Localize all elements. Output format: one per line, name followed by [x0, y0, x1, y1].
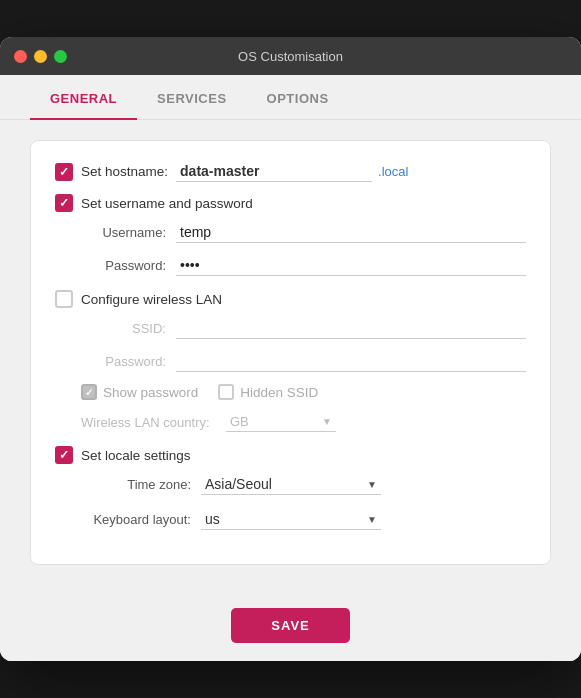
minimize-button[interactable] [34, 50, 47, 63]
timezone-label: Time zone: [81, 477, 201, 492]
show-password-label: Show password [103, 385, 198, 400]
traffic-lights [14, 50, 67, 63]
hidden-ssid-checkbox [218, 384, 234, 400]
close-button[interactable] [14, 50, 27, 63]
wireless-label: Configure wireless LAN [81, 292, 222, 307]
username-row: Username: [55, 222, 526, 243]
keyboard-row: Keyboard layout: us ▼ [55, 509, 526, 530]
save-button[interactable]: SAVE [231, 608, 349, 643]
country-label: Wireless LAN country: [81, 415, 226, 430]
main-content: Set hostname: .local Set username and pa… [0, 120, 581, 590]
wireless-checkbox[interactable] [55, 290, 73, 308]
locale-label: Set locale settings [81, 448, 191, 463]
content-area: GENERAL SERVICES OPTIONS Set hostname: .… [0, 75, 581, 661]
tab-services[interactable]: SERVICES [137, 75, 247, 120]
ssid-row: SSID: [55, 318, 526, 339]
country-value: GB [230, 414, 249, 429]
show-password-checkbox [81, 384, 97, 400]
keyboard-select[interactable]: us ▼ [201, 509, 381, 530]
titlebar: OS Customisation [0, 37, 581, 75]
password-label: Password: [81, 258, 176, 273]
timezone-value: Asia/Seoul [205, 476, 272, 492]
locale-checkbox-container[interactable]: Set locale settings [55, 446, 191, 464]
show-password-item: Show password [81, 384, 198, 400]
password-row: Password: [55, 255, 526, 276]
wifi-password-label: Password: [81, 354, 176, 369]
wifi-password-input [176, 351, 526, 372]
window-title: OS Customisation [238, 49, 343, 64]
wifi-password-row: Password: [55, 351, 526, 372]
country-dropdown-arrow: ▼ [322, 416, 332, 427]
country-row: Wireless LAN country: GB ▼ [55, 412, 526, 432]
bottom-bar: SAVE [0, 590, 581, 661]
locale-header: Set locale settings [55, 446, 526, 464]
credentials-section-header: Set username and password [55, 194, 526, 212]
hidden-ssid-item: Hidden SSID [218, 384, 318, 400]
credentials-label: Set username and password [81, 196, 253, 211]
tab-options[interactable]: OPTIONS [247, 75, 349, 120]
ssid-label: SSID: [81, 321, 176, 336]
keyboard-value: us [205, 511, 220, 527]
country-select: GB ▼ [226, 412, 336, 432]
timezone-dropdown-arrow: ▼ [367, 479, 377, 490]
credentials-checkbox[interactable] [55, 194, 73, 212]
username-input[interactable] [176, 222, 526, 243]
hidden-ssid-label: Hidden SSID [240, 385, 318, 400]
hostname-suffix: .local [378, 164, 408, 179]
keyboard-label: Keyboard layout: [81, 512, 201, 527]
hostname-checkbox[interactable] [55, 163, 73, 181]
wifi-options-row: Show password Hidden SSID [55, 384, 526, 400]
keyboard-dropdown-arrow: ▼ [367, 514, 377, 525]
locale-checkbox[interactable] [55, 446, 73, 464]
hostname-input[interactable] [176, 161, 372, 182]
hostname-label: Set hostname: [81, 164, 168, 179]
timezone-row: Time zone: Asia/Seoul ▼ [55, 474, 526, 495]
locale-section: Set locale settings Time zone: Asia/Seou… [55, 446, 526, 530]
app-window: OS Customisation GENERAL SERVICES OPTION… [0, 37, 581, 661]
credentials-checkbox-container[interactable]: Set username and password [55, 194, 253, 212]
settings-card: Set hostname: .local Set username and pa… [30, 140, 551, 565]
hostname-section: Set hostname: .local [55, 161, 526, 182]
username-label: Username: [81, 225, 176, 240]
password-input[interactable] [176, 255, 526, 276]
wireless-checkbox-container[interactable]: Configure wireless LAN [55, 290, 222, 308]
wireless-header: Configure wireless LAN [55, 290, 526, 308]
tab-general[interactable]: GENERAL [30, 75, 137, 120]
tab-bar: GENERAL SERVICES OPTIONS [0, 75, 581, 120]
wireless-section: Configure wireless LAN SSID: Password: [55, 290, 526, 432]
maximize-button[interactable] [54, 50, 67, 63]
ssid-input [176, 318, 526, 339]
hostname-input-wrapper: .local [176, 161, 526, 182]
timezone-select[interactable]: Asia/Seoul ▼ [201, 474, 381, 495]
